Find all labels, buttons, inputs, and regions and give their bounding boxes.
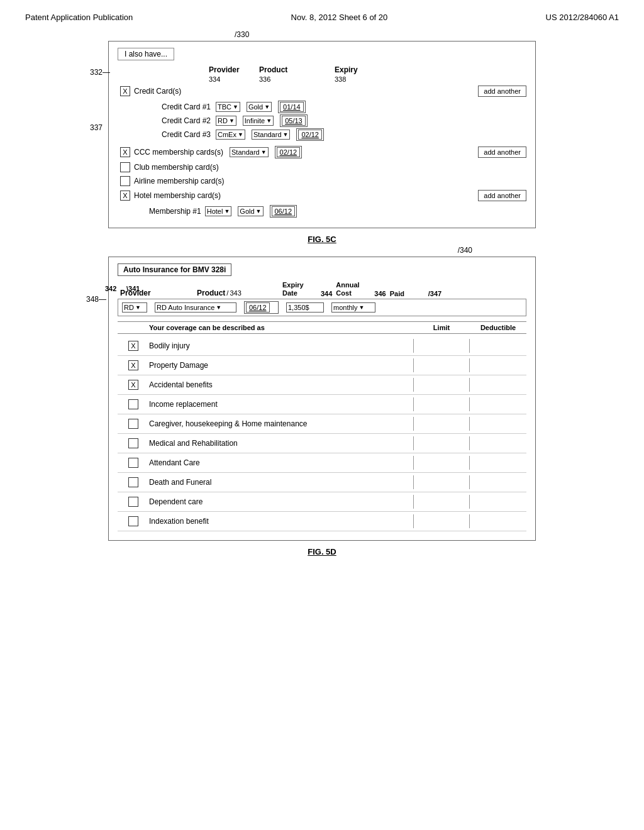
- coverage-limit-6[interactable]: [413, 456, 470, 470]
- hotel-product-select[interactable]: Gold▼: [238, 206, 263, 216]
- coverage-row: Medical and Rehabilitation: [118, 434, 526, 453]
- coverage-checkbox-box-6[interactable]: [128, 458, 138, 468]
- coverage-checkbox-1[interactable]: X: [118, 360, 149, 370]
- coverage-rows-container: XBodily injuryXProperty DamageXAccidenta…: [118, 336, 526, 531]
- provider-select[interactable]: RD▼: [122, 302, 147, 313]
- coverage-row: Indexation benefit: [118, 512, 526, 531]
- coverage-checkbox-box-2[interactable]: X: [128, 380, 138, 390]
- coverage-checkbox-box-5[interactable]: [128, 438, 138, 448]
- ccc-section: X CCC membership cards(s) Standard▼ 02/1…: [118, 146, 526, 158]
- ref-342-label: 342: [105, 285, 116, 292]
- cc3-provider-select[interactable]: CmEx▼: [216, 130, 245, 140]
- coverage-limit-3[interactable]: [413, 397, 470, 411]
- coverage-checkbox-box-4[interactable]: [128, 419, 138, 429]
- page-header: Patent Application Publication Nov. 8, 2…: [25, 13, 619, 22]
- coverage-deductible-1[interactable]: [470, 358, 526, 372]
- header-left: Patent Application Publication: [25, 13, 133, 22]
- coverage-checkbox-4[interactable]: [118, 419, 149, 429]
- annual-cost-input[interactable]: 1,350$: [286, 302, 324, 313]
- cc3-expiry-select[interactable]: 02/12: [296, 128, 324, 141]
- col-headers-row: Provider Product Expiry: [118, 65, 526, 74]
- coverage-limit-8[interactable]: [413, 495, 470, 509]
- product-select[interactable]: RD Auto Insurance▼: [155, 302, 236, 313]
- paid-select[interactable]: monthly▼: [331, 302, 375, 313]
- coverage-checkbox-5[interactable]: [118, 438, 149, 448]
- credit-cards-checkbox[interactable]: X: [120, 86, 130, 96]
- coverage-limit-4[interactable]: [413, 417, 470, 431]
- coverage-deductible-3[interactable]: [470, 397, 526, 411]
- cc3-label: Credit Card #3: [162, 130, 212, 139]
- coverage-deductible-0[interactable]: [470, 339, 526, 353]
- hotel-checkbox[interactable]: X: [120, 191, 130, 201]
- col-expiry-header: Expiry: [335, 65, 358, 74]
- coverage-checkbox-7[interactable]: [118, 477, 149, 487]
- club-checkbox[interactable]: [120, 162, 130, 172]
- coverage-row: XProperty Damage: [118, 356, 526, 375]
- coverage-checkbox-box-0[interactable]: X: [128, 341, 138, 351]
- coverage-checkbox-box-3[interactable]: [128, 399, 138, 409]
- membership1-row: Membership #1 Hotel▼ Gold▼ 06/12: [118, 205, 526, 218]
- club-section: Club membership card(s): [118, 162, 526, 172]
- hotel-label: Hotel membership card(s): [134, 191, 221, 200]
- ccc-expiry-select[interactable]: 02/12: [275, 146, 303, 158]
- coverage-checkbox-box-7[interactable]: [128, 477, 138, 487]
- coverage-checkbox-3[interactable]: [118, 399, 149, 409]
- cc1-expiry-select[interactable]: 01/14: [278, 101, 306, 113]
- add-another-3-button[interactable]: add another: [478, 190, 526, 201]
- add-another-1-button[interactable]: add another: [478, 86, 526, 97]
- col-paid-label: Paid: [390, 290, 425, 297]
- coverage-limit-7[interactable]: [413, 475, 470, 489]
- credit-cards-label: Credit Card(s): [134, 87, 184, 96]
- coverage-deductible-5[interactable]: [470, 436, 526, 450]
- ccc-product-select[interactable]: Standard▼: [230, 147, 269, 157]
- coverage-limit-1[interactable]: [413, 358, 470, 372]
- membership1-label: Membership #1: [149, 207, 201, 216]
- coverage-limit-5[interactable]: [413, 436, 470, 450]
- auto-ins-title: Auto Insurance for BMV 328i: [118, 263, 231, 276]
- airline-section: Airline membership card(s): [118, 176, 526, 186]
- airline-checkbox[interactable]: [120, 176, 130, 186]
- cc2-label: Credit Card #2: [162, 116, 212, 125]
- cc2-expiry-select[interactable]: 05/13: [280, 114, 308, 127]
- ccc-checkbox[interactable]: X: [120, 147, 130, 157]
- coverage-deductible-2[interactable]: [470, 378, 526, 392]
- coverage-deductible-9[interactable]: [470, 514, 526, 528]
- hotel-provider-select[interactable]: Hotel▼: [205, 206, 232, 216]
- coverage-checkbox-9[interactable]: [118, 516, 149, 526]
- fig5d-box: /340 348— Auto Insurance for BMV 328i 34…: [108, 257, 536, 541]
- hotel-expiry-select[interactable]: 06/12: [270, 205, 297, 218]
- add-another-2-button[interactable]: add another: [478, 147, 526, 158]
- cc2-product-select[interactable]: Infinite▼: [243, 116, 274, 126]
- coverage-checkbox-box-8[interactable]: [128, 497, 138, 507]
- coverage-deductible-8[interactable]: [470, 495, 526, 509]
- coverage-name-8: Dependent care: [149, 497, 413, 506]
- coverage-limit-9[interactable]: [413, 514, 470, 528]
- coverage-name-5: Medical and Rehabilitation: [149, 439, 413, 448]
- coverage-deductible-7[interactable]: [470, 475, 526, 489]
- coverage-limit-0[interactable]: [413, 339, 470, 353]
- coverage-checkbox-2[interactable]: X: [118, 380, 149, 390]
- coverage-row: Attendant Care: [118, 453, 526, 473]
- expiry-date-select[interactable]: 06/12: [244, 301, 279, 314]
- credit-card-2-row: Credit Card #2 RD▼ Infinite▼ 05/13: [162, 114, 526, 127]
- cc2-provider-select[interactable]: RD▼: [216, 116, 236, 126]
- ref-337: 337: [90, 123, 103, 132]
- coverage-row: Death and Funeral: [118, 473, 526, 492]
- club-label: Club membership card(s): [134, 163, 219, 172]
- fig5c-caption: FIG. 5C: [308, 235, 336, 244]
- coverage-deductible-6[interactable]: [470, 456, 526, 470]
- coverage-deductible-4[interactable]: [470, 417, 526, 431]
- coverage-checkbox-box-9[interactable]: [128, 516, 138, 526]
- cc1-product-select[interactable]: Gold▼: [247, 102, 272, 112]
- coverage-limit-2[interactable]: [413, 378, 470, 392]
- coverage-checkbox-8[interactable]: [118, 497, 149, 507]
- cc1-provider-select[interactable]: TBC▼: [216, 102, 240, 112]
- coverage-checkbox-box-1[interactable]: X: [128, 360, 138, 370]
- coverage-checkbox-6[interactable]: [118, 458, 149, 468]
- coverage-checkbox-0[interactable]: X: [118, 341, 149, 351]
- coverage-name-4: Caregiver, housekeeping & Home maintenan…: [149, 419, 413, 428]
- ref-334: 334: [209, 75, 259, 83]
- coverage-row: Income replacement: [118, 395, 526, 414]
- ccc-label: CCC membership cards(s): [134, 148, 223, 157]
- cc3-product-select[interactable]: Standard▼: [252, 130, 291, 140]
